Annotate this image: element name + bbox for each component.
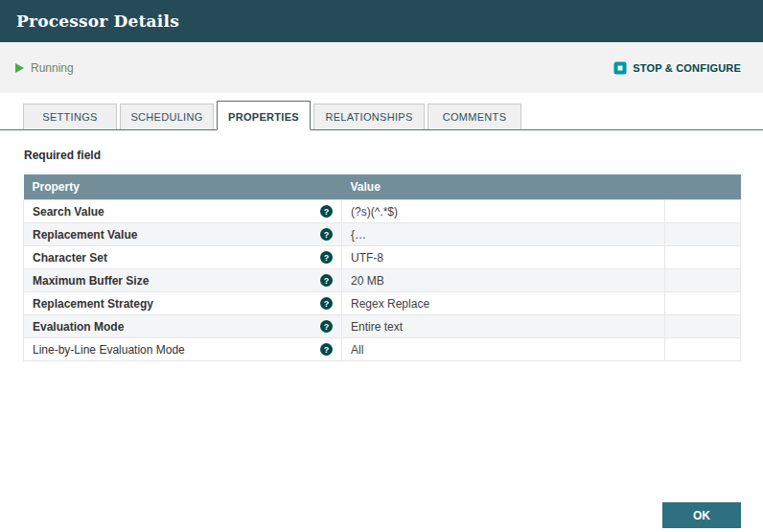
row-extra-cell <box>665 200 741 223</box>
processor-details-dialog: Processor Details Running STOP & CONFIGU… <box>0 0 763 361</box>
row-extra-cell <box>665 315 741 338</box>
stop-configure-label: STOP & CONFIGURE <box>633 62 741 74</box>
table-row[interactable]: Character Set?UTF-8 <box>24 246 741 269</box>
property-name: Line-by-Line Evaluation Mode <box>33 343 185 357</box>
tab-bar: SETTINGSSCHEDULINGPROPERTIESRELATIONSHIP… <box>0 102 763 130</box>
property-cell: Replacement Strategy? <box>24 292 342 315</box>
property-name: Character Set <box>33 251 107 265</box>
run-status: Running <box>15 61 74 75</box>
column-header-value: Value <box>342 174 665 200</box>
property-cell: Line-by-Line Evaluation Mode? <box>24 338 342 361</box>
required-field-note: Required field <box>24 149 740 162</box>
help-icon[interactable]: ? <box>320 274 333 287</box>
property-cell: Maximum Buffer Size? <box>24 269 342 292</box>
tab-relationships[interactable]: RELATIONSHIPS <box>313 104 425 129</box>
property-value[interactable]: All <box>342 338 665 361</box>
help-icon[interactable]: ? <box>320 251 333 264</box>
tab-comments[interactable]: COMMENTS <box>428 104 521 129</box>
table-row[interactable]: Search Value?(?s)(^.*$) <box>24 200 741 223</box>
row-extra-cell <box>665 338 741 361</box>
table-row[interactable]: Replacement Strategy?Regex Replace <box>24 292 741 315</box>
table-row[interactable]: Evaluation Mode?Entire text <box>24 315 741 338</box>
property-value[interactable]: UTF-8 <box>342 246 665 269</box>
column-header-property: Property <box>24 174 342 200</box>
property-name: Search Value <box>33 205 104 219</box>
property-value[interactable]: (?s)(^.*$) <box>342 200 665 223</box>
help-icon[interactable]: ? <box>320 228 333 241</box>
property-cell: Evaluation Mode? <box>24 315 342 338</box>
help-icon[interactable]: ? <box>320 320 333 333</box>
property-cell: Replacement Value? <box>24 223 342 246</box>
property-value[interactable]: {… <box>342 223 665 246</box>
row-extra-cell <box>665 269 741 292</box>
help-icon[interactable]: ? <box>320 205 333 218</box>
dialog-title: Processor Details <box>16 12 179 31</box>
row-extra-cell <box>665 223 741 246</box>
ok-button[interactable]: OK <box>662 502 741 528</box>
property-name: Replacement Strategy <box>33 297 153 311</box>
status-bar: Running STOP & CONFIGURE <box>0 42 763 93</box>
stop-configure-button[interactable]: STOP & CONFIGURE <box>608 60 747 76</box>
property-name: Evaluation Mode <box>33 320 124 334</box>
property-name: Replacement Value <box>33 228 137 242</box>
property-value[interactable]: Entire text <box>342 315 665 338</box>
table-row[interactable]: Line-by-Line Evaluation Mode?All <box>24 338 741 361</box>
table-row[interactable]: Replacement Value?{… <box>24 223 741 246</box>
properties-table: Property Value Search Value?(?s)(^.*$)Re… <box>23 174 741 361</box>
table-header-row: Property Value <box>24 174 741 200</box>
tab-scheduling[interactable]: SCHEDULING <box>120 104 214 129</box>
property-cell: Search Value? <box>24 200 342 223</box>
row-extra-cell <box>665 246 741 269</box>
run-status-label: Running <box>31 61 74 75</box>
column-header-extra <box>665 174 741 200</box>
tab-properties[interactable]: PROPERTIES <box>217 101 311 130</box>
table-row[interactable]: Maximum Buffer Size?20 MB <box>24 269 741 292</box>
stop-configure-icon <box>613 61 627 75</box>
tab-settings[interactable]: SETTINGS <box>23 104 117 129</box>
property-name: Maximum Buffer Size <box>33 274 149 288</box>
play-icon <box>15 63 24 73</box>
help-icon[interactable]: ? <box>320 297 333 310</box>
property-cell: Character Set? <box>24 246 342 269</box>
dialog-header: Processor Details <box>0 0 763 42</box>
help-icon[interactable]: ? <box>320 343 333 356</box>
property-value[interactable]: Regex Replace <box>342 292 665 315</box>
row-extra-cell <box>665 292 741 315</box>
property-value[interactable]: 20 MB <box>342 269 665 292</box>
